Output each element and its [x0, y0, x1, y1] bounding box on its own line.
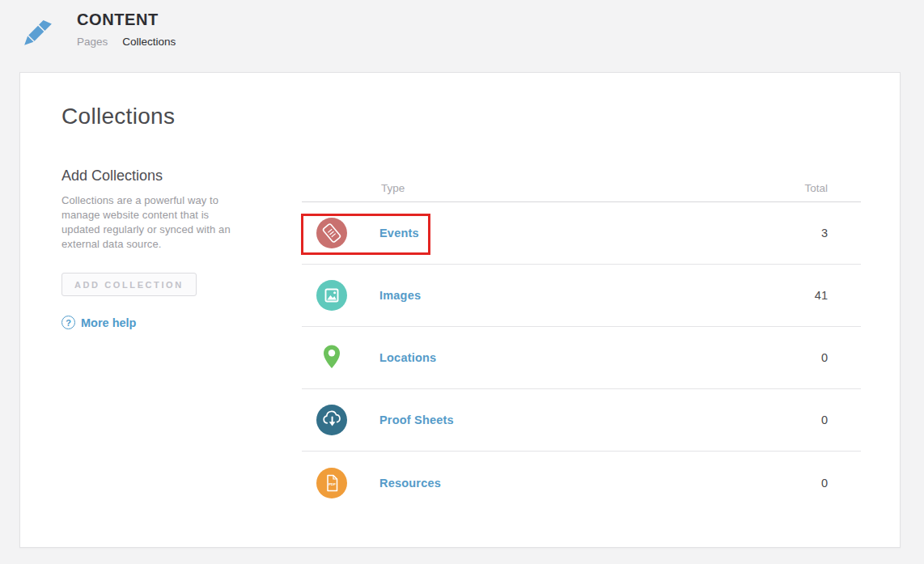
table-row-images: Images 41 — [302, 265, 861, 327]
total-images: 41 — [815, 289, 861, 302]
add-collections-description: Collections are a powerful way to manage… — [61, 193, 233, 252]
more-help-label: More help — [81, 316, 136, 329]
total-events: 3 — [821, 227, 861, 240]
svg-text:PDF: PDF — [328, 481, 336, 486]
collection-link-proof-sheets[interactable]: Proof Sheets — [379, 413, 454, 426]
collection-link-images[interactable]: Images — [379, 289, 421, 302]
tab-pages[interactable]: Pages — [77, 36, 108, 48]
collection-link-resources[interactable]: Resources — [379, 477, 441, 490]
table-row-resources: PDF Resources 0 — [302, 452, 861, 514]
add-collection-button[interactable]: ADD COLLECTION — [61, 273, 197, 296]
column-header-total: Total — [804, 182, 861, 194]
total-proof-sheets: 0 — [821, 413, 861, 426]
total-resources: 0 — [821, 477, 861, 490]
tab-collections[interactable]: Collections — [122, 36, 176, 48]
table-row-locations: Locations 0 — [302, 327, 861, 389]
pdf-document-icon: PDF — [316, 468, 347, 498]
add-collections-heading: Add Collections — [61, 168, 233, 184]
header-tabs: Pages Collections — [77, 36, 176, 48]
page-title: CONTENT — [77, 11, 159, 29]
total-locations: 0 — [821, 351, 861, 364]
add-collections-sidebar: Add Collections Collections are a powerf… — [61, 168, 233, 329]
collections-table: Type Total Events — [302, 175, 861, 514]
collections-panel: Collections Add Collections Collections … — [19, 72, 901, 548]
table-row-proof-sheets: Proof Sheets 0 — [302, 389, 861, 452]
collection-link-locations[interactable]: Locations — [379, 351, 436, 364]
table-header: Type Total — [302, 175, 861, 202]
more-help-link[interactable]: ? More help — [61, 316, 136, 329]
collections-heading: Collections — [61, 104, 175, 129]
cloud-download-icon — [316, 405, 347, 435]
table-row-events: Events 3 — [302, 202, 861, 265]
column-header-type: Type — [302, 182, 405, 194]
content-page: CONTENT Pages Collections Collections Ad… — [0, 0, 924, 564]
pencil-icon — [15, 6, 61, 57]
ticket-icon — [316, 218, 347, 248]
collection-link-events[interactable]: Events — [379, 227, 419, 240]
map-pin-icon — [316, 342, 347, 373]
question-mark-icon: ? — [61, 316, 75, 329]
app-header: CONTENT Pages Collections — [0, 0, 924, 72]
image-icon — [316, 280, 347, 311]
